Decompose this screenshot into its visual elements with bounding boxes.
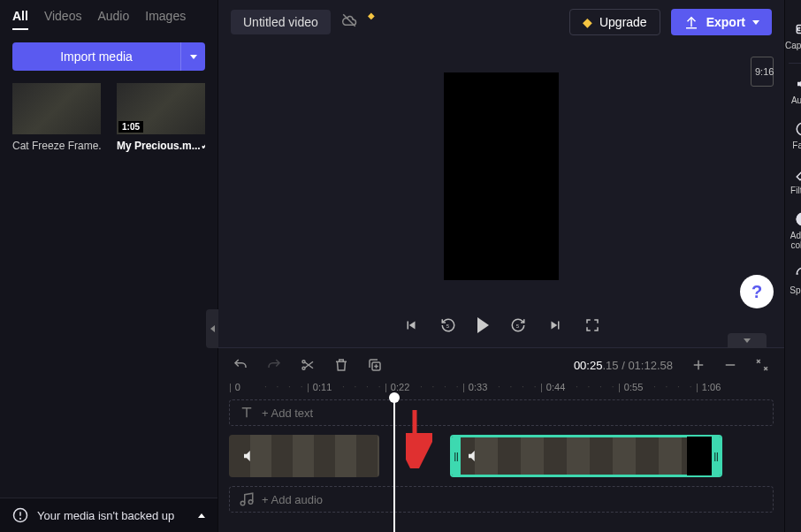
chevron-down-icon: [752, 20, 759, 25]
panel-expand-handle[interactable]: [728, 333, 767, 348]
media-item[interactable]: Cat Freeze Frame....: [12, 83, 101, 152]
rail-label: Captions: [785, 41, 801, 50]
forward-5-icon[interactable]: 5: [510, 317, 526, 333]
upgrade-label: Upgrade: [599, 15, 647, 29]
tab-videos[interactable]: Videos: [44, 9, 82, 30]
media-name: My Precious.m... ✓: [117, 140, 205, 152]
diamond-indicator-icon: ◆: [368, 11, 375, 20]
fade-icon: [795, 121, 801, 137]
collapse-left-handle[interactable]: [206, 309, 218, 348]
tick-label: 0:22: [391, 382, 409, 392]
checkmark-icon: ✓: [201, 140, 205, 152]
diamond-icon: ◆: [583, 15, 592, 29]
volume-icon[interactable]: [466, 448, 482, 464]
tab-images[interactable]: Images: [145, 9, 186, 30]
annotation-arrow-icon: [406, 407, 432, 468]
upload-icon: [683, 14, 699, 30]
backup-bar[interactable]: Your media isn't backed up: [0, 498, 217, 532]
skip-end-icon[interactable]: [547, 317, 563, 333]
volume-icon[interactable]: [241, 448, 257, 464]
chevron-left-icon: [210, 325, 215, 332]
zoom-out-button[interactable]: [722, 357, 738, 373]
gauge-icon: [795, 266, 801, 282]
upgrade-button[interactable]: ◆ Upgrade: [569, 9, 660, 35]
help-button[interactable]: ?: [740, 275, 774, 308]
captions-icon: [795, 21, 801, 37]
rail-label: Fade: [792, 141, 801, 150]
media-item[interactable]: 1:05 My Precious.m... ✓: [117, 83, 205, 152]
preview-area: 9:16 ?: [218, 44, 784, 308]
project-title-input[interactable]: Untitled video: [231, 10, 331, 34]
split-button[interactable]: [300, 357, 316, 373]
playback-controls: 5 5: [218, 308, 784, 347]
aspect-ratio-button[interactable]: 9:16: [751, 57, 774, 87]
audio-track-slot[interactable]: + Add audio: [229, 486, 774, 513]
undo-button[interactable]: [233, 357, 248, 373]
tab-all[interactable]: All: [12, 9, 28, 30]
svg-text:5: 5: [446, 323, 449, 329]
chevron-down-icon: [190, 55, 197, 59]
timecode-current-frac: .15: [602, 359, 618, 372]
clip-trim-right-handle[interactable]: ||: [712, 437, 721, 475]
duration-badge: 1:05: [118, 121, 143, 133]
video-clip-selected[interactable]: My Precious.mp4 || ||: [450, 435, 722, 477]
import-media-dropdown[interactable]: [180, 42, 205, 71]
import-media-button[interactable]: Import media: [12, 42, 180, 71]
skip-start-icon[interactable]: [403, 317, 419, 333]
rail-label: Adjust colors: [785, 231, 801, 250]
timeline: 00:25.15 / 01:12.58 0· · · · 0:11· · · ·…: [218, 347, 784, 532]
clip-trim-left-handle[interactable]: ||: [452, 437, 461, 475]
audio-button[interactable]: Audio: [785, 71, 801, 110]
text-icon: [239, 405, 255, 421]
add-audio-label: + Add audio: [262, 493, 323, 506]
speaker-icon: [795, 76, 801, 92]
media-thumbnail: 1:05: [117, 83, 205, 134]
cloud-off-icon[interactable]: [341, 12, 357, 32]
timecode-total: 01:12: [628, 359, 657, 372]
export-button[interactable]: Export: [671, 9, 772, 35]
add-text-label: + Add text: [262, 407, 313, 420]
filters-button[interactable]: Filters: [785, 161, 801, 201]
rail-label: Speed: [790, 285, 801, 295]
media-name: Cat Freeze Frame....: [12, 140, 101, 152]
tick-label: 1:06: [702, 382, 721, 392]
tick-label: 0:55: [624, 382, 643, 392]
magic-wand-icon: [795, 166, 801, 182]
tab-audio[interactable]: Audio: [97, 9, 129, 30]
adjust-colors-button[interactable]: Adjust colors: [785, 206, 801, 255]
top-bar: Untitled video ◆ ◆ Upgrade Export: [218, 0, 784, 44]
chevron-up-icon: [198, 513, 205, 518]
playhead[interactable]: [393, 398, 395, 532]
redo-button[interactable]: [266, 357, 282, 373]
video-track[interactable]: My Precious.mp4 || ||: [229, 435, 774, 477]
svg-point-8: [302, 367, 305, 369]
fade-button[interactable]: Fade: [785, 116, 801, 156]
play-button[interactable]: [477, 317, 489, 333]
delete-button[interactable]: [333, 357, 349, 373]
svg-point-7: [302, 361, 305, 363]
video-clip[interactable]: [229, 435, 379, 477]
timecode: 00:25.15 / 01:12.58: [574, 359, 673, 372]
rewind-5-icon[interactable]: 5: [440, 317, 456, 333]
zoom-fit-button[interactable]: [754, 357, 770, 373]
svg-point-14: [240, 501, 245, 505]
timecode-current: 00:25: [574, 359, 603, 372]
center-panel: Untitled video ◆ ◆ Upgrade Export 9:16 ?…: [218, 0, 784, 532]
duplicate-button[interactable]: [367, 357, 383, 373]
speed-button[interactable]: Speed: [785, 261, 801, 300]
captions-button[interactable]: Captions: [785, 16, 801, 56]
media-sidebar: All Videos Audio Images Import media Cat…: [0, 0, 218, 532]
text-track-slot[interactable]: + Add text: [229, 399, 774, 426]
svg-point-2: [20, 518, 21, 519]
tick-label: 0:44: [546, 382, 565, 392]
preview-frame[interactable]: [444, 72, 559, 280]
timeline-ruler[interactable]: 0· · · · 0:11· · · · 0:22· · · · 0:33· ·…: [218, 382, 784, 398]
rail-label: Filters: [790, 186, 801, 195]
fullscreen-icon[interactable]: [584, 317, 600, 333]
timecode-total-frac: .58: [657, 359, 673, 372]
svg-point-17: [797, 123, 801, 135]
clip-empty-region: [687, 437, 712, 475]
zoom-in-button[interactable]: [690, 357, 706, 373]
chevron-down-icon: [744, 338, 751, 343]
tick-label: 0:33: [469, 382, 487, 392]
